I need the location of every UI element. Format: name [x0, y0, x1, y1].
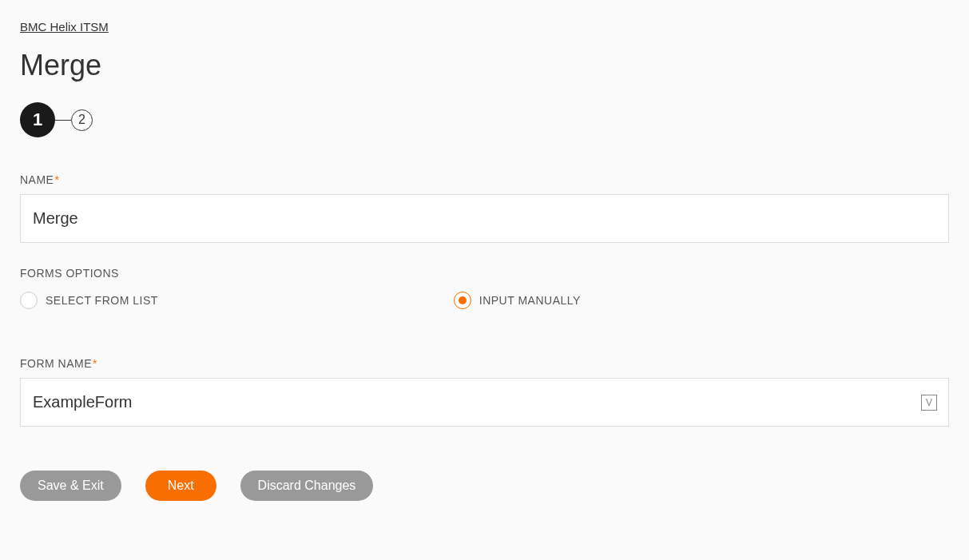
page-title: Merge: [20, 49, 949, 82]
radio-inner-dot: [459, 296, 467, 304]
discard-changes-button[interactable]: Discard Changes: [240, 471, 374, 501]
save-exit-button[interactable]: Save & Exit: [20, 471, 121, 501]
name-label-text: NAME: [20, 173, 54, 186]
stepper: 1 2: [20, 102, 949, 137]
form-name-input[interactable]: [20, 378, 949, 427]
step-connector: [55, 120, 71, 121]
required-asterisk: *: [54, 173, 59, 186]
radio-label-input-manually: INPUT MANUALLY: [479, 294, 581, 307]
variable-picker-icon[interactable]: V: [921, 395, 937, 411]
form-name-label: FORM NAME*: [20, 357, 949, 370]
required-asterisk: *: [93, 357, 97, 370]
radio-circle-selected: [454, 292, 471, 309]
forms-options-group: FORMS OPTIONS SELECT FROM LIST INPUT MAN…: [20, 267, 949, 309]
form-name-label-text: FORM NAME: [20, 357, 92, 370]
radio-input-manually[interactable]: INPUT MANUALLY: [454, 292, 581, 309]
breadcrumb-link[interactable]: BMC Helix ITSM: [20, 20, 109, 34]
button-row: Save & Exit Next Discard Changes: [20, 471, 949, 501]
next-button[interactable]: Next: [145, 471, 216, 501]
form-name-field-group: FORM NAME* V: [20, 357, 949, 427]
name-input[interactable]: [20, 194, 949, 243]
radio-label-select-from-list: SELECT FROM LIST: [46, 294, 158, 307]
form-name-input-wrapper: V: [20, 378, 949, 427]
radio-circle-unselected: [20, 292, 38, 309]
step-2[interactable]: 2: [71, 109, 93, 131]
radio-select-from-list[interactable]: SELECT FROM LIST: [20, 292, 158, 309]
name-label: NAME*: [20, 173, 949, 186]
forms-options-label: FORMS OPTIONS: [20, 267, 949, 280]
step-1[interactable]: 1: [20, 102, 55, 137]
radio-group: SELECT FROM LIST INPUT MANUALLY: [20, 292, 949, 309]
name-field-group: NAME*: [20, 173, 949, 243]
